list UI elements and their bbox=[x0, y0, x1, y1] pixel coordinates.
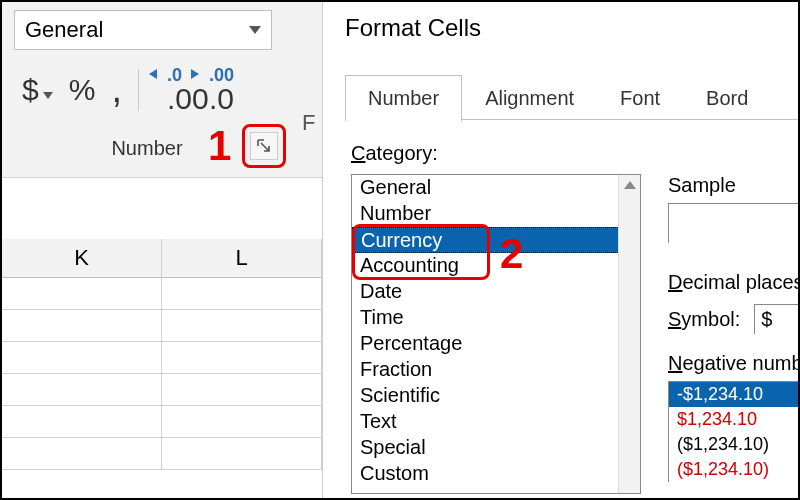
tab-border[interactable]: Bord bbox=[683, 75, 771, 121]
column-header[interactable]: K bbox=[2, 239, 162, 278]
cell[interactable] bbox=[2, 278, 162, 310]
negative-option[interactable]: ($1,234.10) bbox=[669, 432, 800, 457]
decimal-places-label: Decimal places bbox=[668, 271, 800, 294]
category-item-time[interactable]: Time bbox=[352, 305, 640, 331]
comma-style-button[interactable]: , bbox=[103, 65, 130, 115]
label-rest: egative numb bbox=[682, 352, 800, 374]
category-label: Category: bbox=[351, 142, 438, 165]
format-cells-dialog: Format Cells Number Alignment Font Bord … bbox=[322, 2, 800, 500]
dollar-icon: $ bbox=[22, 73, 39, 107]
category-item-percentage[interactable]: Percentage bbox=[352, 331, 640, 357]
arrow-left-icon bbox=[149, 69, 157, 79]
grid-rows bbox=[2, 278, 322, 470]
percent-style-button[interactable]: % bbox=[61, 65, 104, 115]
tab-number[interactable]: Number bbox=[345, 75, 462, 121]
cell[interactable] bbox=[162, 406, 322, 438]
cell[interactable] bbox=[162, 310, 322, 342]
increase-decimal-button[interactable]: .0 .00 bbox=[147, 65, 189, 115]
sample-box bbox=[668, 203, 800, 243]
scrollbar[interactable] bbox=[618, 175, 640, 493]
category-item-accounting[interactable]: Accounting bbox=[352, 253, 640, 279]
cell[interactable] bbox=[162, 374, 322, 406]
symbol-label: Symbol: bbox=[668, 308, 740, 331]
category-item-custom[interactable]: Custom bbox=[352, 461, 640, 487]
number-format-value: General bbox=[25, 17, 103, 43]
ribbon-group-label: Number bbox=[2, 137, 292, 160]
negative-numbers-label: Negative numb bbox=[668, 352, 800, 375]
cell[interactable] bbox=[2, 310, 162, 342]
cell[interactable] bbox=[2, 374, 162, 406]
number-format-select[interactable]: General bbox=[14, 10, 272, 50]
symbol-row: Symbol: $ bbox=[668, 304, 800, 334]
symbol-value: $ bbox=[761, 308, 772, 331]
underlined-letter: D bbox=[668, 271, 682, 293]
negative-option[interactable]: ($1,234.10) bbox=[669, 457, 800, 482]
cell[interactable] bbox=[162, 438, 322, 470]
column-header[interactable]: L bbox=[162, 239, 322, 278]
category-item-general[interactable]: General bbox=[352, 175, 640, 201]
column-headers: K L bbox=[2, 178, 322, 278]
tab-alignment[interactable]: Alignment bbox=[462, 75, 597, 121]
underlined-letter: N bbox=[668, 352, 682, 374]
scroll-up-icon bbox=[624, 181, 636, 189]
symbol-select[interactable]: $ bbox=[754, 304, 800, 334]
arrow-right-icon bbox=[191, 69, 199, 79]
worksheet-grid[interactable]: K L bbox=[2, 177, 322, 500]
decrease-decimal-button[interactable]: .00 .0 bbox=[189, 65, 231, 115]
partial-char: F bbox=[302, 110, 315, 136]
number-buttons-row: $ % , .0 .00 .00 .0 bbox=[14, 62, 304, 117]
underlined-letter: S bbox=[668, 308, 681, 330]
cell[interactable] bbox=[2, 342, 162, 374]
category-item-date[interactable]: Date bbox=[352, 279, 640, 305]
category-item-number[interactable]: Number bbox=[352, 201, 640, 227]
underlined-letter: C bbox=[351, 142, 365, 164]
negative-option[interactable]: -$1,234.10 bbox=[669, 382, 800, 407]
decimal-top: .00 bbox=[209, 66, 234, 84]
format-options: Sample Decimal places Symbol: $ Negative… bbox=[668, 174, 800, 482]
tab-font[interactable]: Font bbox=[597, 75, 683, 121]
accounting-format-button[interactable]: $ bbox=[14, 65, 61, 115]
category-item-text[interactable]: Text bbox=[352, 409, 640, 435]
negative-option[interactable]: $1,234.10 bbox=[669, 407, 800, 432]
chevron-down-icon bbox=[43, 92, 53, 99]
cell[interactable] bbox=[162, 278, 322, 310]
ribbon-number-group: General $ % , .0 .00 bbox=[2, 2, 322, 500]
chevron-down-icon bbox=[249, 26, 261, 34]
cell[interactable] bbox=[2, 438, 162, 470]
label-rest: ecimal places bbox=[682, 271, 800, 293]
dialog-tabs: Number Alignment Font Bord bbox=[345, 74, 800, 120]
label-rest: ategory: bbox=[365, 142, 437, 164]
dialog-launcher-button[interactable] bbox=[250, 132, 278, 160]
category-listbox[interactable]: General Number Currency Accounting Date … bbox=[351, 174, 641, 494]
dialog-title: Format Cells bbox=[345, 14, 481, 42]
dialog-launcher-icon bbox=[257, 139, 271, 153]
category-item-special[interactable]: Special bbox=[352, 435, 640, 461]
category-item-fraction[interactable]: Fraction bbox=[352, 357, 640, 383]
cell[interactable] bbox=[162, 342, 322, 374]
label-rest: ymbol: bbox=[681, 308, 740, 330]
negative-numbers-listbox[interactable]: -$1,234.10 $1,234.10 ($1,234.10) ($1,234… bbox=[668, 381, 800, 482]
cell[interactable] bbox=[2, 406, 162, 438]
category-item-currency[interactable]: Currency bbox=[352, 227, 640, 253]
comma-icon: , bbox=[111, 68, 122, 111]
decimal-bottom: .0 bbox=[209, 84, 234, 114]
category-item-scientific[interactable]: Scientific bbox=[352, 383, 640, 409]
sample-label: Sample bbox=[668, 174, 800, 197]
percent-icon: % bbox=[69, 73, 96, 107]
separator bbox=[138, 69, 139, 111]
